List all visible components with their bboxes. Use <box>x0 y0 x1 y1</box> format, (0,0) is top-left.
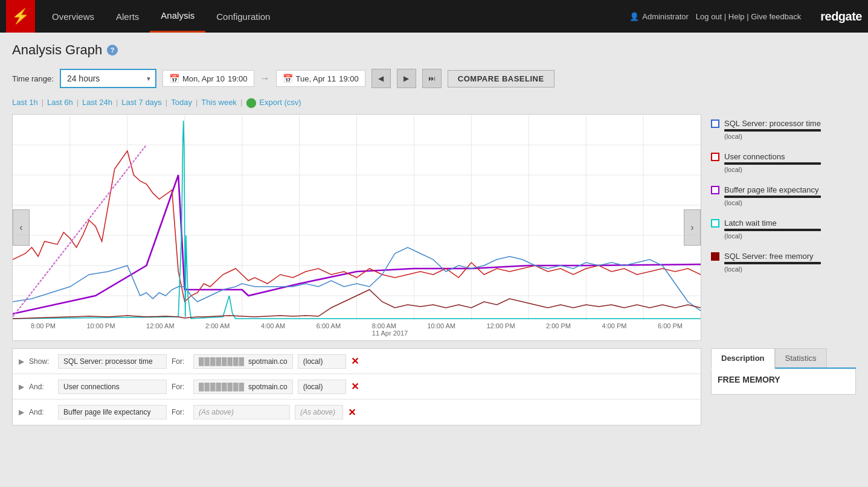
page-title: Analysis Graph <box>12 42 102 58</box>
series-host-placeholder-3: (As above) <box>199 408 234 416</box>
play-button[interactable]: ▶ <box>397 69 416 88</box>
series-show-1: Show: <box>29 357 53 366</box>
legend-line-buffer <box>724 196 821 198</box>
legend-checkbox-connections[interactable] <box>711 153 719 161</box>
time-range-label: Time range: <box>12 74 54 83</box>
x-label-4: 4:00 AM <box>261 322 285 329</box>
calendar-to-icon: 📅 <box>283 74 293 83</box>
nav-overviews[interactable]: Overviews <box>41 0 105 33</box>
logo-icon: ⚡ <box>11 8 30 25</box>
quick-this-week[interactable]: This week <box>201 98 237 107</box>
series-close-3[interactable]: ✕ <box>348 407 356 418</box>
from-date-input[interactable]: 📅 Mon, Apr 10 19:00 <box>162 70 254 87</box>
legend-line-processor <box>724 129 821 132</box>
nav-actions[interactable]: Log out | Help | Give feedback <box>696 12 801 21</box>
nav-links: Overviews Alerts Analysis Configuration <box>41 0 629 33</box>
chart-container: ‹ <box>12 114 701 341</box>
nav-right: 👤 Administrator Log out | Help | Give fe… <box>629 10 862 24</box>
x-label-1: 10:00 PM <box>86 322 115 329</box>
legend-line-latch <box>724 229 821 231</box>
series-local-1: (local) <box>298 354 346 369</box>
legend-checkbox-processor[interactable] <box>711 119 719 128</box>
tab-description[interactable]: Description <box>711 348 775 369</box>
series-for-1: For: <box>172 357 188 366</box>
chart-svg <box>13 115 701 320</box>
bottom-section: ▶ Show: SQL Server: processor time For: … <box>12 348 856 425</box>
x-label-7: 10:00 AM <box>427 322 455 329</box>
quick-today[interactable]: Today <box>171 98 192 107</box>
series-local-2: (local) <box>298 380 346 394</box>
nav-alerts[interactable]: Alerts <box>105 0 150 33</box>
from-time: 19:00 <box>228 74 248 83</box>
series-for-2: For: <box>172 383 188 391</box>
quick-last-24h[interactable]: Last 24h <box>82 98 112 107</box>
chart-nav-left[interactable]: ‹ <box>13 209 30 246</box>
legend-server-buffer: (local) <box>724 199 856 206</box>
legend-checkbox-free-memory[interactable] <box>711 252 719 261</box>
nav-analysis[interactable]: Analysis <box>150 0 205 33</box>
legend-buffer-page: Buffer page life expectancy (local) <box>711 185 856 206</box>
export-icon: ⬤ <box>246 97 257 108</box>
legend-checkbox-latch[interactable] <box>711 219 719 228</box>
series-local-3: (As above) <box>295 405 343 419</box>
quick-last-1h[interactable]: Last 1h <box>12 98 38 107</box>
series-for-3: For: <box>172 408 188 416</box>
username: Administrator <box>642 12 689 21</box>
main-content: Analysis Graph ? Time range: 1 hour 6 ho… <box>0 33 868 487</box>
x-label-5: 6:00 AM <box>317 322 341 329</box>
series-host-text-2: ████████ <box>199 383 245 391</box>
series-row-3: ▶ And: Buffer page life expectancy For: … <box>13 399 701 425</box>
quick-last-7days[interactable]: Last 7 days <box>121 98 162 107</box>
chart-nav-right[interactable]: › <box>684 209 701 246</box>
x-label-6: 8:00 AM <box>372 322 396 329</box>
series-name-1: SQL Server: processor time <box>58 354 167 369</box>
series-close-2[interactable]: ✕ <box>351 381 359 392</box>
legend-checkbox-buffer[interactable] <box>711 186 719 194</box>
series-host-name-1: spotmain.co <box>248 357 288 366</box>
info-icon[interactable]: ? <box>107 45 118 56</box>
time-range-select-wrapper: 1 hour 6 hours 24 hours 7 days 30 days <box>60 69 156 88</box>
legend-server-free-memory: (local) <box>724 266 856 273</box>
legend-label-connections: User connections <box>724 152 785 161</box>
series-host-name-2: spotmain.co <box>248 383 288 391</box>
tab-statistics[interactable]: Statistics <box>775 348 827 368</box>
from-date: Mon, Apr 10 <box>182 74 225 83</box>
series-toggle-1[interactable]: ▶ <box>19 357 24 366</box>
series-row-1: ▶ Show: SQL Server: processor time For: … <box>13 349 701 374</box>
series-host-text-1: ████████ <box>199 357 245 366</box>
to-time: 19:00 <box>339 74 359 83</box>
prev-button[interactable]: ◀ <box>371 69 391 88</box>
export-csv-link[interactable]: ⬤ Export (csv) <box>246 97 301 108</box>
x-label-10: 4:00 PM <box>602 322 627 329</box>
next-button[interactable]: ⏭ <box>422 69 442 88</box>
chart-canvas <box>13 115 701 320</box>
series-toggle-2[interactable]: ▶ <box>19 383 24 391</box>
brand-logo: redgate <box>820 10 862 24</box>
quick-last-6h[interactable]: Last 6h <box>47 98 73 107</box>
legend-label-processor: SQL Server: processor time <box>724 119 821 128</box>
series-table: ▶ Show: SQL Server: processor time For: … <box>12 348 701 425</box>
legend-panel: SQL Server: processor time (local) User … <box>711 114 856 341</box>
series-toggle-3[interactable]: ▶ <box>19 408 24 416</box>
series-show-2: And: <box>29 383 53 391</box>
legend-latch-wait: Latch wait time (local) <box>711 218 856 240</box>
legend-processor-time: SQL Server: processor time (local) <box>711 119 856 140</box>
user-icon: 👤 <box>629 12 639 21</box>
legend-line-free-memory <box>724 262 821 264</box>
to-date: Tue, Apr 11 <box>296 74 336 83</box>
chart-section: ‹ <box>12 114 856 341</box>
legend-label-free-memory: SQL Server: free memory <box>724 252 814 261</box>
series-name-2: User connections <box>58 380 167 394</box>
date-arrow: → <box>260 73 270 84</box>
series-close-1[interactable]: ✕ <box>351 355 359 367</box>
legend-user-connections: User connections (local) <box>711 152 856 173</box>
admin-user: 👤 Administrator <box>629 12 689 21</box>
logo[interactable]: ⚡ <box>6 0 35 33</box>
page-title-row: Analysis Graph ? <box>12 42 856 58</box>
free-memory-title: FREE MEMORY <box>718 375 849 384</box>
series-row-2: ▶ And: User connections For: ████████ sp… <box>13 374 701 399</box>
to-date-input[interactable]: 📅 Tue, Apr 11 19:00 <box>276 70 365 87</box>
compare-baseline-button[interactable]: COMPARE BASELINE <box>448 70 555 88</box>
nav-configuration[interactable]: Configuration <box>205 0 281 33</box>
time-range-select[interactable]: 1 hour 6 hours 24 hours 7 days 30 days <box>60 69 156 88</box>
